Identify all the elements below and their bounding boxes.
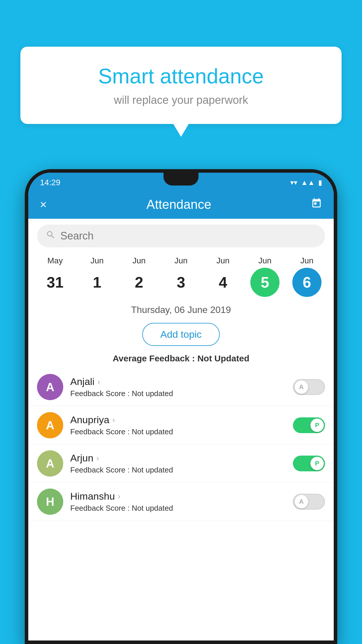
- search-input[interactable]: [60, 230, 316, 242]
- date-col-0[interactable]: May 31: [36, 256, 74, 297]
- close-button[interactable]: ×: [40, 198, 47, 211]
- status-bar: 14:29 ▾▾ ▲▲ ▮: [28, 173, 334, 190]
- add-topic-button[interactable]: Add topic: [142, 323, 220, 346]
- phone-screen: 14:29 ▾▾ ▲▲ ▮ × Attendance: [28, 173, 334, 640]
- student-name: Arjun ›: [70, 452, 286, 464]
- feedback-score: Feedback Score : Not updated: [70, 466, 286, 475]
- month-4: Jun: [216, 256, 229, 265]
- date-col-6[interactable]: Jun 6: [288, 256, 326, 297]
- list-item: A Anjali › Feedback Score : Not updated …: [28, 368, 334, 406]
- avatar: A: [37, 374, 63, 400]
- status-time: 14:29: [40, 178, 60, 187]
- avatar: A: [37, 450, 63, 477]
- search-bar[interactable]: [37, 225, 325, 247]
- date-col-1[interactable]: Jun 1: [78, 256, 116, 297]
- toggle-container[interactable]: A: [293, 494, 325, 510]
- month-3: Jun: [174, 256, 187, 265]
- chevron-right-icon: ›: [118, 492, 120, 501]
- battery-icon: ▮: [318, 178, 322, 187]
- attendance-toggle[interactable]: P: [293, 417, 325, 433]
- feedback-score: Feedback Score : Not updated: [70, 504, 286, 513]
- attendance-toggle[interactable]: A: [293, 494, 325, 510]
- speech-bubble-container: Smart attendance will replace your paper…: [20, 47, 342, 124]
- list-item: H Himanshu › Feedback Score : Not update…: [28, 483, 334, 521]
- toggle-knob: A: [295, 495, 308, 508]
- month-5: Jun: [258, 256, 271, 265]
- month-0: May: [48, 256, 63, 265]
- day-5: 5: [250, 268, 280, 297]
- avatar: A: [37, 412, 63, 438]
- attendance-toggle[interactable]: P: [293, 456, 325, 471]
- toggle-container[interactable]: P: [293, 417, 325, 433]
- day-3: 3: [166, 268, 196, 297]
- day-2: 2: [124, 268, 154, 297]
- avg-feedback: Average Feedback : Not Updated: [28, 349, 334, 368]
- month-2: Jun: [132, 256, 145, 265]
- chevron-right-icon: ›: [112, 415, 115, 425]
- wifi-icon: ▾▾: [290, 178, 297, 187]
- chevron-right-icon: ›: [97, 377, 100, 386]
- speech-bubble: Smart attendance will replace your paper…: [20, 47, 342, 124]
- list-item: A Arjun › Feedback Score : Not updated P: [28, 444, 334, 483]
- toggle-knob: P: [310, 457, 324, 470]
- attendance-toggle[interactable]: A: [293, 379, 325, 395]
- bubble-title: Smart attendance: [44, 64, 318, 88]
- bubble-subtitle: will replace your paperwork: [44, 94, 318, 106]
- student-name: Himanshu ›: [70, 491, 286, 502]
- chevron-right-icon: ›: [96, 454, 99, 463]
- student-info[interactable]: Anjali › Feedback Score : Not updated: [70, 376, 286, 398]
- avatar: H: [37, 489, 63, 515]
- toggle-container[interactable]: A: [293, 379, 325, 395]
- calendar-row: May 31 Jun 1 Jun 2 Jun 3 Jun 4: [28, 253, 334, 300]
- student-list: A Anjali › Feedback Score : Not updated …: [28, 368, 334, 640]
- student-name: Anupriya ›: [70, 414, 286, 426]
- month-6: Jun: [300, 256, 313, 265]
- search-icon: [46, 230, 56, 242]
- date-col-4[interactable]: Jun 4: [204, 256, 242, 297]
- feedback-score: Feedback Score : Not updated: [70, 389, 286, 398]
- list-item: A Anupriya › Feedback Score : Not update…: [28, 406, 334, 444]
- day-1: 1: [82, 268, 112, 297]
- avg-feedback-value: Not Updated: [197, 354, 249, 363]
- toggle-knob: A: [295, 380, 308, 394]
- calendar-icon[interactable]: [311, 198, 322, 211]
- app-header: × Attendance: [28, 190, 334, 219]
- toggle-container[interactable]: P: [293, 456, 325, 471]
- feedback-score: Feedback Score : Not updated: [70, 427, 286, 436]
- student-name: Anjali ›: [70, 376, 286, 387]
- selected-date: Thursday, 06 June 2019: [28, 300, 334, 320]
- day-6: 6: [292, 268, 321, 297]
- toggle-knob: P: [310, 419, 324, 432]
- month-1: Jun: [90, 256, 103, 265]
- phone-frame: 14:29 ▾▾ ▲▲ ▮ × Attendance: [25, 169, 337, 644]
- status-icons: ▾▾ ▲▲ ▮: [290, 178, 322, 187]
- signal-icon: ▲▲: [301, 178, 315, 187]
- date-col-5[interactable]: Jun 5: [246, 256, 284, 297]
- day-4: 4: [208, 268, 238, 297]
- student-info[interactable]: Arjun › Feedback Score : Not updated: [70, 452, 286, 475]
- day-0: 31: [41, 268, 70, 297]
- date-col-3[interactable]: Jun 3: [162, 256, 200, 297]
- avg-feedback-label: Average Feedback :: [113, 354, 197, 363]
- student-info[interactable]: Anupriya › Feedback Score : Not updated: [70, 414, 286, 436]
- student-info[interactable]: Himanshu › Feedback Score : Not updated: [70, 491, 286, 513]
- header-title: Attendance: [146, 197, 211, 212]
- date-col-2[interactable]: Jun 2: [120, 256, 158, 297]
- notch: [164, 173, 198, 186]
